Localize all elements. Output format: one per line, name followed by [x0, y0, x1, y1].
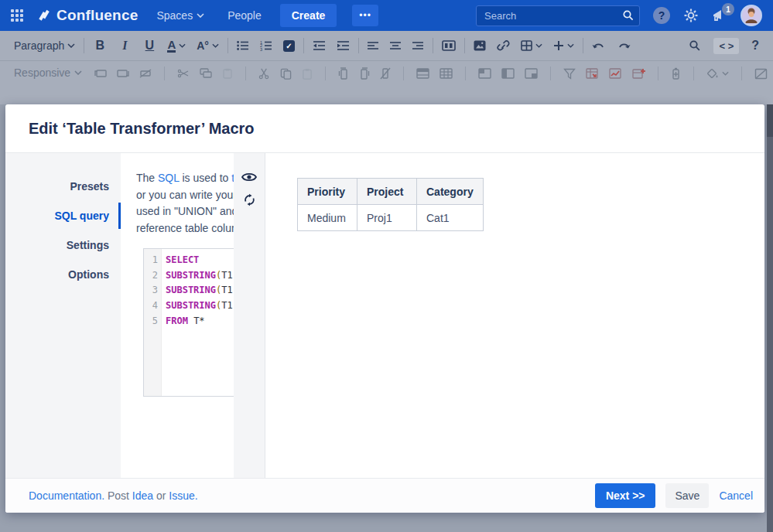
code-area[interactable]: SELECT SUBSTRING(T1 SUBSTRING(T1 SUBSTRI…	[162, 249, 234, 396]
pivot-table-icon[interactable]	[586, 68, 599, 80]
table-cell: Proj1	[357, 205, 417, 231]
header-cell-icon[interactable]	[478, 68, 491, 79]
toolbar-divider	[464, 38, 465, 53]
cancel-link[interactable]: Cancel	[719, 489, 753, 502]
table-cell: Cat1	[417, 205, 484, 231]
outdent-button[interactable]	[313, 40, 326, 51]
cut-row-icon[interactable]	[177, 68, 190, 79]
insert-column-left-icon[interactable]	[338, 67, 349, 80]
delete-column-icon[interactable]	[380, 67, 391, 80]
toolbar-divider	[303, 38, 304, 53]
toolbar-divider	[164, 66, 165, 80]
sql-description: The SQL is used to transform or you can …	[136, 170, 234, 237]
editor-help-button[interactable]: ?	[751, 39, 759, 53]
find-replace-icon[interactable]	[689, 39, 701, 52]
bullet-list-button[interactable]	[237, 40, 249, 51]
source-editor-button[interactable]: < >	[713, 38, 739, 54]
dialog-title: Edit ‘Table Transformer’ Macro	[5, 104, 764, 153]
toolbar-divider	[358, 38, 359, 53]
redo-button[interactable]	[617, 41, 631, 51]
notification-badge: 1	[722, 3, 734, 15]
header-column-icon[interactable]	[501, 68, 515, 79]
insert-table-dropdown[interactable]	[521, 40, 542, 51]
sql-panel: The SQL is used to transform or you can …	[121, 153, 234, 478]
table-row: Medium Proj1 Cat1	[298, 205, 484, 231]
paragraph-style-dropdown[interactable]: Paragraph	[14, 39, 75, 52]
sidebar-item-presets[interactable]: Presets	[5, 173, 121, 200]
settings-gear-icon[interactable]	[683, 8, 699, 23]
copy-row-icon[interactable]	[200, 68, 212, 79]
paste-row-icon[interactable]	[222, 68, 233, 79]
filter-icon[interactable]	[563, 68, 576, 80]
notifications-megaphone-icon[interactable]: 1	[712, 9, 727, 22]
align-left-button[interactable]	[368, 41, 379, 50]
undo-button[interactable]	[592, 41, 606, 51]
bold-button[interactable]: B	[93, 39, 107, 53]
create-button[interactable]: Create	[280, 4, 337, 27]
delete-row-icon[interactable]	[139, 68, 152, 79]
sidebar-item-sql-query[interactable]: SQL query	[5, 203, 121, 229]
text-color-dropdown[interactable]: A	[167, 39, 186, 53]
user-avatar[interactable]	[741, 5, 762, 26]
scrollbar-thumb[interactable]	[767, 104, 773, 137]
sidebar-item-options[interactable]: Options	[5, 261, 121, 288]
page-layout-button[interactable]	[442, 40, 456, 51]
refresh-icon[interactable]	[243, 193, 256, 206]
insert-column-right-icon[interactable]	[359, 67, 370, 80]
nav-people[interactable]: People	[223, 6, 266, 25]
editor-toolbar: Paragraph B I U A A° 123 < >	[0, 31, 773, 60]
preview-eye-icon[interactable]	[241, 172, 257, 182]
footer-links: Documentation. Post Idea or Issue.	[29, 489, 198, 502]
cell-fill-color-dropdown[interactable]	[706, 68, 729, 80]
documentation-link[interactable]: Documentation.	[29, 489, 104, 502]
nav-more-button[interactable]: •••	[352, 5, 378, 26]
italic-button[interactable]: I	[118, 39, 132, 53]
indent-button[interactable]	[337, 40, 350, 51]
task-list-button[interactable]	[283, 40, 295, 52]
remove-table-icon[interactable]	[754, 68, 768, 80]
search-input[interactable]	[476, 5, 640, 26]
table-mode-dropdown[interactable]: Responsive	[14, 65, 82, 79]
more-formatting-dropdown[interactable]: A°	[197, 39, 219, 52]
copy-icon[interactable]	[280, 68, 292, 80]
chevron-down-icon	[74, 70, 82, 75]
sql-code-editor[interactable]: 1 2 3 4 5 SELECT SUBSTRING(T1 SUBSTRING(…	[143, 248, 234, 397]
sidebar-item-settings[interactable]: Settings	[5, 232, 121, 258]
cut-icon[interactable]	[258, 68, 270, 80]
paste-icon[interactable]	[302, 68, 313, 80]
issue-link[interactable]: Issue.	[169, 489, 197, 502]
preview-col-category: Category	[417, 179, 484, 205]
add-table-icon[interactable]	[632, 68, 645, 80]
search-icon[interactable]	[622, 9, 634, 22]
page-scrollbar[interactable]	[767, 104, 773, 532]
chart-from-table-icon[interactable]	[609, 68, 622, 80]
toolbar-divider	[465, 66, 466, 80]
idea-link[interactable]: Idea	[132, 489, 153, 502]
insert-link-button[interactable]	[497, 40, 510, 51]
insert-row-below-icon[interactable]	[117, 68, 129, 79]
toolbar-divider	[550, 66, 551, 80]
help-icon[interactable]: ?	[653, 7, 670, 24]
next-button[interactable]: Next >>	[595, 483, 656, 508]
save-button[interactable]: Save	[665, 483, 709, 508]
numbered-list-button[interactable]: 123	[260, 40, 272, 51]
underline-button[interactable]: U	[142, 39, 156, 53]
insert-image-button[interactable]	[474, 40, 486, 51]
table-grid-icon[interactable]	[440, 68, 453, 79]
app-switcher-icon[interactable]	[11, 9, 23, 22]
align-right-button[interactable]	[412, 41, 424, 50]
header-row-icon[interactable]	[416, 68, 429, 79]
align-center-button[interactable]	[390, 41, 402, 50]
top-nav-bar: Confluence Spaces People Create ••• ? 1	[0, 0, 773, 31]
transform-link[interactable]: transform	[231, 172, 234, 184]
nav-spaces[interactable]: Spaces	[152, 6, 209, 25]
insert-row-above-icon[interactable]	[94, 68, 107, 79]
insert-more-dropdown[interactable]	[553, 40, 574, 51]
merge-cells-icon[interactable]	[671, 67, 681, 80]
toolbar-divider	[658, 66, 658, 80]
footer-cell-icon[interactable]	[525, 68, 538, 79]
sql-doc-link[interactable]: SQL	[158, 172, 180, 184]
toolbar-divider	[583, 38, 583, 53]
preview-pane: Priority Project Category Medium Proj1 C…	[265, 153, 764, 478]
confluence-logo[interactable]: Confluence	[37, 7, 138, 24]
